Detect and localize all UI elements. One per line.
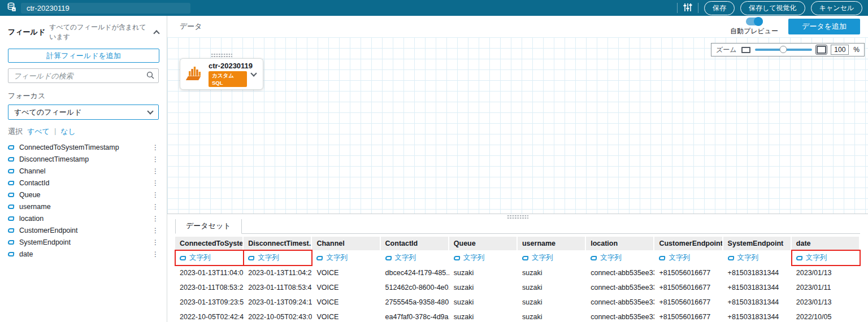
column-header[interactable]: ConnectedToSyste...	[175, 237, 244, 250]
table-row: 2023-01-13T11:04:0... 2023-01-13T11:04:2…	[175, 266, 860, 280]
table-cell: +815031831344	[723, 280, 792, 295]
column-type-cell[interactable]: 文字列	[654, 250, 723, 266]
table-cell: VOICE	[312, 310, 380, 322]
focus-label: フォーカス	[0, 91, 167, 105]
zoom-slider[interactable]	[755, 49, 813, 51]
column-type-cell[interactable]: 文字列	[586, 250, 654, 266]
select-label: 選択	[8, 127, 23, 137]
column-header[interactable]: ContactId	[381, 237, 449, 250]
column-type-cell[interactable]: 文字列	[381, 250, 449, 266]
field-item-customerendpoint[interactable]: CustomerEndpoint⋮	[0, 224, 167, 236]
column-type-cell[interactable]: 文字列	[723, 250, 792, 266]
add-data-button[interactable]: データを追加	[788, 19, 860, 34]
column-header[interactable]: SystemEndpoint	[723, 237, 792, 250]
field-menu-icon[interactable]: ⋮	[152, 227, 159, 234]
field-item-location[interactable]: location⋮	[0, 212, 167, 224]
datasource-node-title: ctr-20230119	[209, 62, 247, 70]
string-type-icon	[8, 193, 15, 197]
string-type-icon	[727, 256, 734, 260]
string-type-icon	[8, 216, 15, 221]
field-menu-icon[interactable]: ⋮	[152, 251, 159, 258]
table-cell: 2755545a-9358-480...	[381, 295, 449, 310]
string-type-icon	[8, 252, 15, 256]
column-header[interactable]: date	[792, 237, 860, 250]
field-menu-icon[interactable]: ⋮	[152, 180, 159, 186]
separator	[677, 3, 678, 13]
settings-sliders-icon[interactable]	[683, 3, 692, 14]
focus-select[interactable]: すべてのフィールド	[8, 105, 159, 120]
zoom-out-icon[interactable]	[741, 47, 750, 53]
node-chevron-down-icon[interactable]	[250, 70, 257, 76]
zoom-value: 100	[831, 45, 849, 55]
save-visualize-button[interactable]: 保存して視覚化	[740, 1, 805, 15]
preview-table-area: データセット ConnectedToSyste... DisconnectTim…	[167, 219, 868, 322]
field-search-input[interactable]	[8, 68, 159, 83]
zoom-slider-knob[interactable]	[780, 46, 787, 53]
table-cell: suzaki	[449, 280, 518, 295]
table-cell: 2023-01-13T11:04:2...	[244, 266, 312, 280]
column-header[interactable]: Queue	[449, 237, 518, 250]
column-header[interactable]: DisconnectTimest...	[244, 237, 312, 250]
data-prep-canvas: ズーム 100 % ctr-20230119 カスタム SQL	[167, 37, 868, 214]
cancel-button[interactable]: キャンセル	[811, 1, 862, 15]
divider-drag-handle[interactable]	[507, 215, 528, 219]
string-type-icon	[453, 256, 460, 260]
field-item-disconnecttimestamp[interactable]: DisconnectTimestamp⋮	[0, 153, 167, 165]
field-menu-icon[interactable]: ⋮	[152, 239, 159, 246]
dataset-name[interactable]: ctr-20230119	[21, 3, 190, 14]
field-item-contactid[interactable]: ContactId⋮	[0, 177, 167, 189]
dataset-tab[interactable]: データセット	[175, 218, 242, 234]
field-item-date[interactable]: date⋮	[0, 248, 167, 260]
fields-sidebar: フィールド すべてのフィールドが含まれています 計算フィールドを追加 フォーカス…	[0, 16, 167, 322]
string-type-icon	[522, 256, 529, 260]
table-cell: +815031831344	[723, 310, 792, 322]
select-none-link[interactable]: なし	[60, 127, 76, 137]
field-menu-icon[interactable]: ⋮	[152, 215, 159, 222]
column-header[interactable]: username	[518, 237, 586, 250]
column-header[interactable]: location	[586, 237, 654, 250]
table-cell: ea47faf0-378c-4d9a...	[381, 310, 449, 322]
field-item-connectedtosystemtimestamp[interactable]: ConnectedToSystemTimestamp⋮	[0, 141, 167, 153]
field-menu-icon[interactable]: ⋮	[152, 144, 159, 151]
field-item-username[interactable]: username⋮	[0, 201, 167, 212]
field-menu-icon[interactable]: ⋮	[152, 156, 159, 163]
focus-select-value: すべてのフィールド	[14, 107, 148, 118]
data-panel-title: データ	[180, 21, 730, 32]
node-drag-handle[interactable]	[211, 53, 232, 57]
table-cell: 2023-01-13T09:24:1...	[244, 295, 312, 310]
column-type-cell-highlighted[interactable]: 文字列	[244, 250, 312, 266]
table-cell: connect-abb535ee33...	[586, 266, 654, 280]
field-menu-icon[interactable]: ⋮	[152, 168, 159, 175]
save-button[interactable]: 保存	[704, 1, 735, 15]
column-type-cell[interactable]: 文字列	[518, 250, 586, 266]
table-cell: 2023-01-13T09:23:5...	[175, 295, 244, 310]
add-calculated-field-button[interactable]: 計算フィールドを追加	[8, 49, 159, 63]
collapse-chevron-up-icon[interactable]	[153, 30, 159, 36]
table-cell: 2023/01/11	[792, 280, 860, 295]
auto-preview-toggle[interactable]	[746, 18, 763, 25]
select-all-link[interactable]: すべて	[27, 127, 50, 137]
table-cell: 2022-10-05T02:43:0...	[244, 310, 312, 322]
field-item-queue[interactable]: Queue⋮	[0, 189, 167, 201]
column-type-cell-highlighted[interactable]: 文字列	[175, 250, 244, 266]
table-cell: +815056016677	[654, 295, 723, 310]
column-type-cell-highlighted[interactable]: 文字列	[792, 250, 860, 266]
datasource-node[interactable]: ctr-20230119 カスタム SQL	[180, 58, 263, 90]
field-item-channel[interactable]: Channel⋮	[0, 165, 167, 177]
table-cell: 2023-01-11T08:53:2...	[175, 280, 244, 295]
zoom-in-icon[interactable]	[817, 46, 826, 54]
column-header[interactable]: CustomerEndpoint	[654, 237, 723, 250]
field-menu-icon[interactable]: ⋮	[152, 203, 159, 210]
column-header[interactable]: Channel	[312, 237, 380, 250]
table-cell: suzaki	[449, 295, 518, 310]
table-row: 2023-01-13T09:23:5... 2023-01-13T09:24:1…	[175, 295, 860, 310]
field-menu-icon[interactable]: ⋮	[152, 192, 159, 198]
column-type-cell[interactable]: 文字列	[312, 250, 380, 266]
preview-table: ConnectedToSyste... DisconnectTimest... …	[175, 237, 860, 322]
string-type-icon	[591, 256, 597, 260]
fields-panel-subtitle: すべてのフィールドが含まれています	[49, 23, 150, 42]
table-cell: +815056016677	[654, 310, 723, 322]
column-type-cell[interactable]: 文字列	[449, 250, 518, 266]
table-cell: 2023/01/13	[792, 295, 860, 310]
field-item-systemendpoint[interactable]: SystemEndpoint⋮	[0, 236, 167, 248]
